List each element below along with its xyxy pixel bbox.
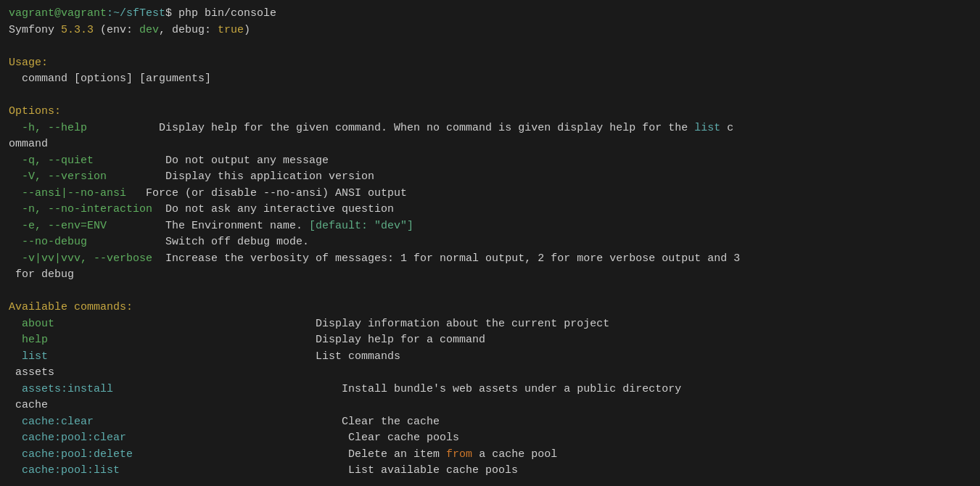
cmd-desc-cache-pool-delete-from: from: [446, 448, 472, 461]
cmd-desc-assets-install: Install bundle's web assets under a publ…: [113, 383, 681, 395]
cat-label-cache: cache: [9, 399, 48, 411]
option-flag-quiet: -q, --quiet: [9, 155, 94, 167]
cmd-desc-list: List commands: [48, 350, 400, 363]
option-ansi: --ansi|--no-ansi Force (or disable --no-…: [9, 186, 971, 202]
blank-3: [9, 284, 971, 300]
option-desc-no-interaction: Do not ask any interactive question: [152, 203, 394, 215]
usage-label: Usage:: [9, 55, 971, 72]
usage-section: Usage:: [9, 57, 48, 69]
symfony-debug: true: [218, 24, 244, 36]
cmd-desc-cache-clear: Clear the cache: [94, 416, 440, 428]
option-flag-help: -h, --help: [9, 122, 87, 134]
option-no-interaction: -n, --no-interaction Do not ask any inte…: [9, 202, 971, 218]
option-desc-verbose-wrap: for debug: [9, 268, 74, 281]
cmd-name-assets-install: assets:install: [9, 383, 113, 395]
option-version: -V, --version Display this application v…: [9, 169, 971, 186]
cmd-cache-clear: cache:clear Clear the cache: [9, 414, 971, 431]
options-section: Options:: [9, 105, 61, 118]
cmd-about: about Display information about the curr…: [9, 316, 971, 333]
option-desc-env-default: [default: "dev"]: [309, 220, 413, 232]
cmd-name-cache-pool-delete: cache:pool:delete: [9, 448, 133, 461]
symfony-prefix: Symfony: [9, 24, 61, 36]
cmd-desc-cache-pool-list: List available cache pools: [120, 464, 518, 477]
cmd-name-cache-clear: cache:clear: [9, 416, 94, 428]
prompt-user: vagrant@vagrant: [9, 7, 107, 20]
option-help: -h, --help Display help for the given co…: [9, 120, 971, 137]
option-help-wrap: ommand: [9, 136, 971, 153]
option-desc-quiet: Do not output any message: [94, 155, 329, 167]
cmd-cache-pool-list: cache:pool:list List available cache poo…: [9, 463, 971, 479]
prompt-line: vagrant@vagrant:~/sfTest$ php bin/consol…: [9, 6, 971, 22]
option-flag-ansi: --ansi|--no-ansi: [9, 187, 126, 199]
cat-cache: cache: [9, 398, 971, 414]
cmd-name-cache-pool-clear: cache:pool:clear: [9, 432, 126, 444]
option-env: -e, --env=ENV The Environment name. [def…: [9, 218, 971, 235]
option-desc-no-debug: Switch off debug mode.: [87, 236, 309, 248]
cmd-desc-cache-pool-clear: Clear cache pools: [126, 432, 459, 444]
cmd-name-about: about: [9, 318, 54, 330]
symfony-debug-prefix: , debug:: [159, 24, 218, 36]
usage-text: command [options] [arguments]: [9, 73, 211, 85]
cmd-desc-cache-pool-delete-2: a cache pool: [472, 448, 557, 461]
cmd-desc-cache-pool-delete-1: Delete an item: [133, 448, 446, 461]
prompt-command: php bin/console: [178, 7, 276, 20]
symfony-version-line: Symfony 5.3.3 (env: dev, debug: true): [9, 22, 971, 39]
terminal: vagrant@vagrant:~/sfTest$ php bin/consol…: [9, 6, 971, 479]
option-flag-version: -V, --version: [9, 170, 107, 183]
option-no-debug: --no-debug Switch off debug mode.: [9, 234, 971, 251]
cmd-cache-pool-clear: cache:pool:clear Clear cache pools: [9, 430, 971, 447]
symfony-env: dev: [139, 24, 159, 36]
prompt-path: :~/sfTest: [107, 7, 165, 20]
usage-value: command [options] [arguments]: [9, 71, 971, 88]
option-quiet: -q, --quiet Do not output any message: [9, 153, 971, 170]
cmd-help: help Display help for a command: [9, 332, 971, 349]
available-section: Available commands:: [9, 301, 133, 313]
option-desc-ommand: ommand: [9, 138, 48, 150]
option-desc-ansi: Force (or disable --no-ansi) ANSI output: [126, 187, 407, 199]
option-flag-no-debug: --no-debug: [9, 236, 87, 248]
symfony-env-prefix: (env:: [94, 24, 139, 36]
cmd-assets-install: assets:install Install bundle's web asse…: [9, 382, 971, 398]
cmd-name-list: list: [9, 350, 48, 363]
prompt-dollar: $: [165, 7, 178, 20]
available-label: Available commands:: [9, 300, 971, 316]
cmd-cache-pool-delete: cache:pool:delete Delete an item from a …: [9, 447, 971, 464]
option-flag-no-interaction: -n, --no-interaction: [9, 203, 152, 215]
symfony-close: ): [244, 24, 250, 36]
cmd-name-cache-pool-list: cache:pool:list: [9, 464, 120, 477]
cat-label-assets: assets: [9, 366, 54, 379]
cmd-desc-help: Display help for a command: [48, 334, 485, 346]
blank-2: [9, 88, 971, 104]
option-desc-verbose: Increase the verbosity of messages: 1 fo…: [152, 252, 740, 265]
cmd-desc-about: Display information about the current pr…: [54, 318, 609, 330]
option-desc-list-ref: list: [694, 122, 720, 134]
cmd-name-help: help: [9, 334, 48, 346]
option-flag-verbose: -v|vv|vvv, --verbose: [9, 252, 152, 265]
options-label: Options:: [9, 104, 971, 120]
blank-1: [9, 38, 971, 55]
option-desc-c: c: [720, 122, 733, 134]
option-flag-env: -e, --env=ENV: [9, 220, 107, 232]
symfony-version: 5.3.3: [61, 24, 94, 36]
option-verbose: -v|vv|vvv, --verbose Increase the verbos…: [9, 251, 971, 268]
option-verbose-wrap: for debug: [9, 267, 971, 284]
option-desc-version: Display this application version: [107, 170, 374, 183]
cat-assets: assets: [9, 365, 971, 382]
cmd-list: list List commands: [9, 349, 971, 366]
option-desc-env: The Environment name.: [107, 220, 309, 232]
option-desc-help: Display help for the given command. When…: [87, 122, 694, 134]
